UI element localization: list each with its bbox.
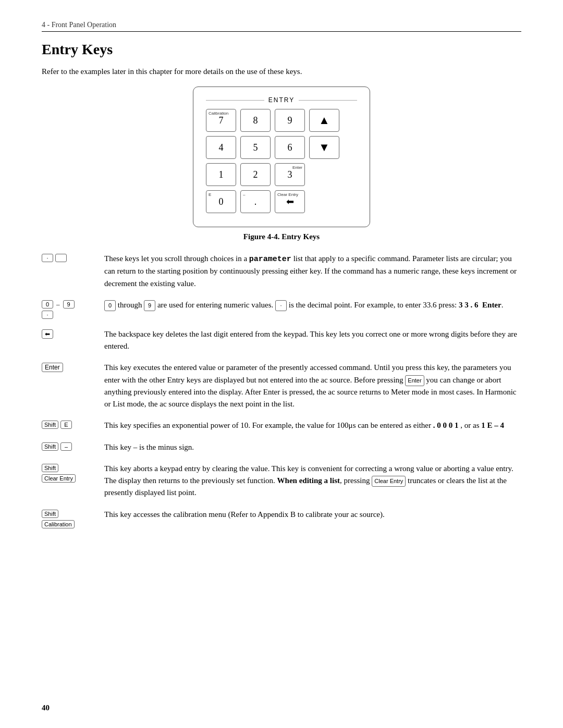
key-0-inline[interactable]: 0 <box>42 300 53 309</box>
keypad-figure: ENTRY Calibration 7 8 9 ▲ 4 5 6 <box>42 87 521 227</box>
clear-entry-inline[interactable]: Clear Entry <box>372 476 406 487</box>
clear-entry-side: Shift Clear Entry <box>42 463 104 483</box>
dash-sep: – <box>56 300 60 309</box>
decimal-desc[interactable]: · <box>275 300 287 311</box>
dot-key-icon[interactable]: · <box>42 254 53 262</box>
clearentry-label-small: Clear Entry <box>277 192 298 197</box>
figure-caption: Figure 4-4. Entry Keys <box>42 232 521 241</box>
blank-key-icon[interactable] <box>55 254 67 262</box>
shift-minus-desc: This key – is the minus sign. <box>104 441 521 453</box>
page: 4 - Front Panel Operation Entry Keys Ref… <box>0 0 563 728</box>
breadcrumb: 4 - Front Panel Operation <box>42 21 521 29</box>
minus-key[interactable]: – <box>60 442 72 451</box>
key-down[interactable]: ▼ <box>309 136 339 159</box>
enter-key-inline[interactable]: Enter <box>42 363 63 372</box>
example-keys: 3 3 . 6 Enter <box>459 301 501 309</box>
shift-e-side: Shift E <box>42 419 104 429</box>
enter-label-small: Enter <box>292 165 302 170</box>
section-shift-minus: Shift – This key – is the minus sign. <box>42 441 521 453</box>
example-e-1: . 0 0 0 1 <box>433 421 459 429</box>
keypad-row-4: E 0 – . Clear Entry ⬅ <box>206 190 357 213</box>
section-calibration: Shift Calibration This key accesses the … <box>42 509 521 528</box>
backspace-key-row: ⬅ <box>42 329 53 339</box>
decimal-key-inline[interactable]: · <box>42 311 53 319</box>
key-8[interactable]: 8 <box>240 109 271 132</box>
key-spacer-4 <box>309 190 339 213</box>
backspace-key-side: ⬅ <box>42 328 104 339</box>
enter-inline-ref[interactable]: Enter <box>405 375 424 386</box>
shift-minus-side: Shift – <box>42 441 104 451</box>
key-dot[interactable]: – . <box>240 190 271 213</box>
e-label-small: E <box>209 192 211 197</box>
key-1[interactable]: 1 <box>206 163 236 186</box>
header-divider <box>42 31 521 32</box>
shift-key-ce[interactable]: Shift <box>42 464 58 472</box>
keypad-box: ENTRY Calibration 7 8 9 ▲ 4 5 6 <box>193 87 370 227</box>
calibration-key[interactable]: Calibration <box>42 520 75 528</box>
intro-text: Refer to the examples later in this chap… <box>42 67 521 76</box>
scroll-keys-row: · <box>42 254 67 262</box>
keypad-row-3: 1 2 Enter 3 <box>206 163 357 186</box>
decimal-row: · <box>42 311 53 319</box>
section-scroll-keys: · These keys let you scroll through choi… <box>42 253 521 290</box>
enter-key-row: Enter <box>42 363 63 372</box>
numeric-range-row: 0 – 9 <box>42 300 75 309</box>
scroll-desc: These keys let you scroll through choice… <box>104 253 521 290</box>
up-arrow-icon: ▲ <box>319 114 330 127</box>
enter-desc: This key executes the entered value or p… <box>104 362 521 410</box>
shift-key-minus[interactable]: Shift <box>42 442 58 451</box>
keypad-label-bar: ENTRY <box>206 96 357 104</box>
key-9-desc[interactable]: 9 <box>144 300 155 311</box>
e-key[interactable]: E <box>60 421 72 429</box>
key-7[interactable]: Calibration 7 <box>206 109 236 132</box>
clear-entry-key[interactable]: Clear Entry <box>42 474 76 483</box>
key-9[interactable]: 9 <box>275 109 305 132</box>
minus-label-small: – <box>243 192 245 197</box>
key-up[interactable]: ▲ <box>309 109 339 132</box>
figure-caption-text: Figure 4-4. Entry Keys <box>243 232 320 241</box>
shift-minus-row: Shift – <box>42 442 72 451</box>
clear-entry-desc: This key aborts a keypad entry by cleari… <box>104 463 521 499</box>
enter-key-side: Enter <box>42 362 104 372</box>
scroll-key-side: · <box>42 253 104 262</box>
page-number: 40 <box>42 704 50 712</box>
cal-row: Calibration <box>42 520 75 528</box>
numeric-key-side: 0 – 9 · <box>42 299 104 319</box>
numeric-desc: 0 through 9 are used for entering numeri… <box>104 299 521 311</box>
section-backspace: ⬅ The backspace key deletes the last dig… <box>42 328 521 353</box>
key-3[interactable]: Enter 3 <box>275 163 305 186</box>
key-2[interactable]: 2 <box>240 163 271 186</box>
section-numeric-keys: 0 – 9 · 0 through 9 are used for enterin… <box>42 299 521 319</box>
keypad-title: ENTRY <box>264 96 299 104</box>
shift-cal-row: Shift <box>42 510 58 518</box>
calibration-desc: This key accesses the calibration menu (… <box>104 509 521 521</box>
shift-e-desc: This key specifies an exponential power … <box>104 419 521 431</box>
editing-list-text: When editing a list <box>277 476 340 485</box>
key-9-inline[interactable]: 9 <box>63 300 75 309</box>
key-5[interactable]: 5 <box>240 136 271 159</box>
key-4[interactable]: 4 <box>206 136 236 159</box>
calibration-side: Shift Calibration <box>42 509 104 528</box>
ce-row: Clear Entry <box>42 474 76 483</box>
backspace-icon: ⬅ <box>286 196 294 207</box>
parameter-word: parameter <box>249 255 291 264</box>
key-backspace[interactable]: Clear Entry ⬅ <box>275 190 305 213</box>
section-shift-e: Shift E This key specifies an exponentia… <box>42 419 521 431</box>
keypad-row-1: Calibration 7 8 9 ▲ <box>206 109 357 132</box>
backspace-desc: The backspace key deletes the last digit… <box>104 328 521 353</box>
shift-ce-row: Shift <box>42 464 58 472</box>
key-0[interactable]: E 0 <box>206 190 236 213</box>
keypad-row-2: 4 5 6 ▼ <box>206 136 357 159</box>
shift-key-cal[interactable]: Shift <box>42 510 58 518</box>
down-arrow-icon: ▼ <box>319 141 330 154</box>
section-enter: Enter This key executes the entered valu… <box>42 362 521 410</box>
backspace-key-inline[interactable]: ⬅ <box>42 329 53 339</box>
key-6[interactable]: 6 <box>275 136 305 159</box>
example-e-2: 1 E – 4 <box>481 421 504 429</box>
page-title: Entry Keys <box>42 41 521 58</box>
calibration-label: Calibration <box>209 111 228 116</box>
key-0-desc[interactable]: 0 <box>104 300 116 311</box>
shift-e-row: Shift E <box>42 421 72 429</box>
shift-key-e[interactable]: Shift <box>42 421 58 429</box>
section-clear-entry: Shift Clear Entry This key aborts a keyp… <box>42 463 521 499</box>
